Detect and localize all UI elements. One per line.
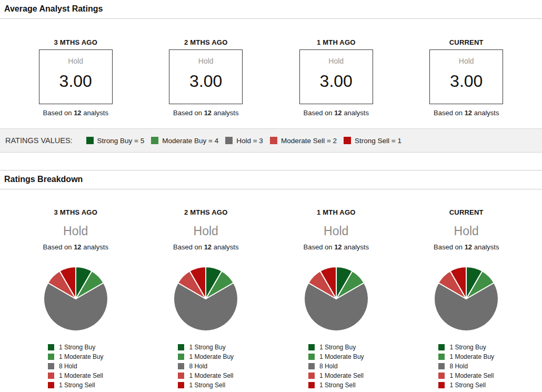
ratings-breakdown-section: Ratings Breakdown 3 MTHS AGO Hold Based … xyxy=(0,170,542,392)
period-label: 3 MTHS AGO xyxy=(11,208,141,216)
legend-item-hold: 8 Hold xyxy=(308,361,364,371)
strong-buy-swatch-icon xyxy=(438,344,445,350)
moderate-buy-swatch-icon xyxy=(48,354,54,360)
rating-text: Hold xyxy=(141,224,272,238)
moderate-sell-swatch-icon xyxy=(438,373,445,379)
rating-text: Hold xyxy=(402,224,532,238)
summary-col-current: CURRENT Hold 3.00 Based on 12 analysts xyxy=(402,38,532,117)
hold-swatch-icon xyxy=(438,363,445,369)
rating-box: Hold 3.00 xyxy=(429,49,503,104)
legend-item-moderate-sell: 1 Moderate Sell xyxy=(48,371,104,380)
hold-swatch-icon xyxy=(48,363,54,369)
strong-sell-swatch-icon xyxy=(178,382,184,388)
moderate-sell-swatch-icon xyxy=(270,137,277,144)
breakdown-col-3mths: 3 MTHS AGO Hold Based on 12 analysts 1 S… xyxy=(11,208,141,390)
pie-chart-svg xyxy=(43,266,109,332)
period-label: 1 MTH AGO xyxy=(271,208,402,216)
moderate-buy-swatch-icon xyxy=(438,354,445,360)
rating-text: Hold xyxy=(11,224,141,238)
pie-legend: 1 Strong Buy 1 Moderate Buy 8 Hold 1 Mod… xyxy=(48,343,104,390)
moderate-sell-swatch-icon xyxy=(308,373,315,379)
ratings-values-strip: RATINGS VALUES: Strong Buy = 5 Moderate … xyxy=(0,128,542,153)
rating-text: Hold xyxy=(169,57,242,65)
breakdown-col-1mth: 1 MTH AGO Hold Based on 12 analysts 1 St… xyxy=(271,208,402,390)
strong-sell-swatch-icon xyxy=(308,382,315,388)
pie-legend: 1 Strong Buy 1 Moderate Buy 8 Hold 1 Mod… xyxy=(308,343,364,390)
ratings-pie-chart xyxy=(11,266,141,332)
legend-item-strong-sell: 1 Strong Sell xyxy=(48,380,104,390)
strong-sell-swatch-icon xyxy=(48,382,54,388)
ratings-pie-chart xyxy=(402,266,532,332)
moderate-buy-swatch-icon xyxy=(151,137,158,144)
legend-item-strong-buy: 1 Strong Buy xyxy=(48,343,104,352)
rating-box: Hold 3.00 xyxy=(169,49,243,104)
period-label: CURRENT xyxy=(402,208,532,216)
pie-legend: 1 Strong Buy 1 Moderate Buy 8 Hold 1 Mod… xyxy=(178,343,234,390)
legend-item-moderate-buy: 1 Moderate Buy xyxy=(48,352,104,361)
based-on-text: Based on 12 analysts xyxy=(11,243,141,251)
ratings-breakdown-title: Ratings Breakdown xyxy=(0,170,542,189)
strong-buy-swatch-icon xyxy=(308,344,315,350)
strong-buy-swatch-icon xyxy=(86,137,94,144)
summary-col-1mth: 1 MTH AGO Hold 3.00 Based on 12 analysts xyxy=(271,38,402,117)
strong-buy-swatch-icon xyxy=(178,344,184,350)
summary-columns: 3 MTHS AGO Hold 3.00 Based on 12 analyst… xyxy=(0,38,542,117)
ratings-values-legend: Strong Buy = 5 Moderate Buy = 4 Hold = 3… xyxy=(86,137,402,145)
rating-text: Hold xyxy=(271,224,402,238)
legend-item-moderate-buy: Moderate Buy = 4 xyxy=(151,137,218,145)
average-ratings-section: Average Analyst Ratings 3 MTHS AGO Hold … xyxy=(0,0,542,153)
analyst-count: 12 xyxy=(74,109,81,117)
period-label: 2 MTHS AGO xyxy=(141,208,272,216)
legend-item-strong-buy: 1 Strong Buy xyxy=(308,343,364,352)
based-on-text: Based on 12 analysts xyxy=(141,243,272,251)
based-on-text: Based on 12 analysts xyxy=(402,109,532,117)
pie-chart-svg xyxy=(173,266,239,332)
legend-item-strong-buy: 1 Strong Buy xyxy=(438,343,494,352)
ratings-pie-chart xyxy=(141,266,272,332)
strong-buy-swatch-icon xyxy=(48,344,54,350)
breakdown-col-current: CURRENT Hold Based on 12 analysts 1 Stro… xyxy=(402,208,532,390)
period-label: 1 MTH AGO xyxy=(271,38,402,46)
legend-item-strong-buy: 1 Strong Buy xyxy=(178,343,234,352)
legend-item-moderate-buy: 1 Moderate Buy xyxy=(308,352,364,361)
legend-item-hold: Hold = 3 xyxy=(225,137,263,145)
based-on-text: Based on 12 analysts xyxy=(402,243,532,251)
rating-value: 3.00 xyxy=(169,72,242,91)
analyst-count: 12 xyxy=(334,109,342,117)
strong-sell-swatch-icon xyxy=(438,382,445,388)
period-label: CURRENT xyxy=(402,38,532,46)
summary-col-3mths: 3 MTHS AGO Hold 3.00 Based on 12 analyst… xyxy=(11,38,141,117)
legend-item-hold: 8 Hold xyxy=(438,361,494,371)
legend-item-strong-sell: 1 Strong Sell xyxy=(438,380,494,390)
legend-item-hold: 8 Hold xyxy=(178,361,234,371)
analyst-count: 12 xyxy=(334,243,342,251)
moderate-sell-swatch-icon xyxy=(48,373,54,379)
legend-item-moderate-sell: 1 Moderate Sell xyxy=(308,371,364,380)
legend-item-moderate-sell: Moderate Sell = 2 xyxy=(270,137,337,145)
legend-item-strong-buy: Strong Buy = 5 xyxy=(86,137,145,145)
hold-swatch-icon xyxy=(225,137,233,144)
moderate-buy-swatch-icon xyxy=(308,354,315,360)
moderate-sell-swatch-icon xyxy=(178,373,184,379)
legend-item-strong-sell: Strong Sell = 1 xyxy=(344,137,402,145)
breakdown-columns: 3 MTHS AGO Hold Based on 12 analysts 1 S… xyxy=(0,208,542,390)
pie-chart-svg xyxy=(433,266,499,332)
analyst-count: 12 xyxy=(204,243,212,251)
analyst-count: 12 xyxy=(465,109,472,117)
pie-chart-svg xyxy=(303,266,369,332)
legend-item-moderate-sell: 1 Moderate Sell xyxy=(178,371,234,380)
based-on-text: Based on 12 analysts xyxy=(271,243,402,251)
based-on-text: Based on 12 analysts xyxy=(11,109,141,117)
hold-swatch-icon xyxy=(308,363,315,369)
period-label: 2 MTHS AGO xyxy=(141,38,272,46)
rating-value: 3.00 xyxy=(300,72,373,91)
legend-item-hold: 8 Hold xyxy=(48,361,104,371)
legend-item-moderate-buy: 1 Moderate Buy xyxy=(438,352,494,361)
rating-box: Hold 3.00 xyxy=(39,49,113,104)
period-label: 3 MTHS AGO xyxy=(11,38,141,46)
rating-value: 3.00 xyxy=(39,72,112,91)
rating-text: Hold xyxy=(300,57,373,65)
breakdown-col-2mths: 2 MTHS AGO Hold Based on 12 analysts 1 S… xyxy=(141,208,272,390)
moderate-buy-swatch-icon xyxy=(178,354,184,360)
ratings-pie-chart xyxy=(271,266,402,332)
